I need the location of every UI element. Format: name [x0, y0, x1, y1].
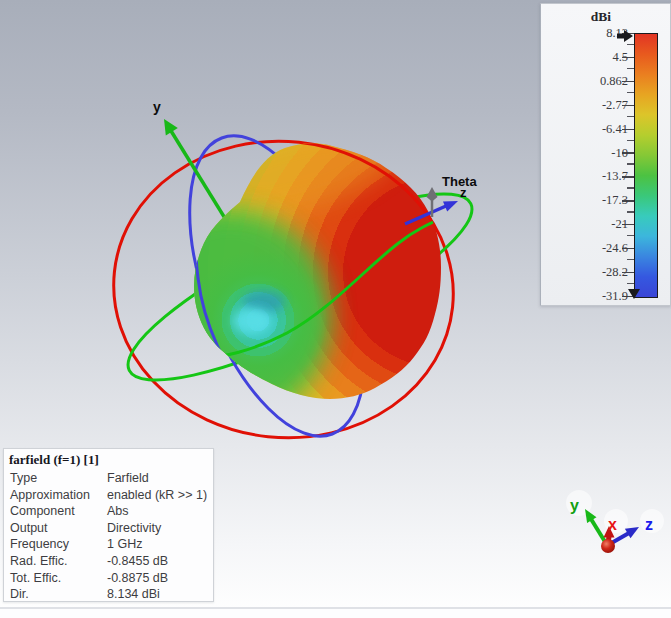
- farfield-result-title: farfield (f=1) [1]: [9, 452, 213, 468]
- bottom-strip: [0, 609, 671, 618]
- colorbar-tick-label: -28.2: [541, 265, 628, 279]
- colorbar-tick-label: 4.5: [541, 50, 628, 64]
- info-row-frequency: Frequency 1 GHz: [4, 536, 213, 553]
- colorbar-unit-title: dBi: [551, 9, 651, 25]
- info-row-tot-effic: Tot. Effic. -0.8875 dB: [4, 570, 213, 587]
- z-axis-label: z: [460, 185, 467, 200]
- min-marker-icon: [627, 288, 641, 300]
- triad-x-label: x: [608, 516, 617, 533]
- info-row-dir: Dir. 8.134 dBi: [4, 586, 213, 603]
- triad-y-arrow: [585, 509, 607, 545]
- colorbar-tick-label: 0.862: [541, 74, 628, 88]
- orientation-triad[interactable]: y x z: [566, 490, 664, 553]
- colorbar-tick-label: -24.6: [541, 241, 628, 255]
- info-row-rad-effic: Rad. Effic. -0.8455 dB: [4, 553, 213, 570]
- farfield-viewport: y Theta z y x z dBi: [0, 0, 671, 618]
- colorbar-tick-label: -31.9: [541, 289, 628, 303]
- info-row-component: Component Abs: [4, 503, 213, 520]
- info-row-output: Output Directivity: [4, 520, 213, 537]
- info-row-approximation: Approximation enabled (kR >> 1): [4, 487, 213, 504]
- colorbar-tick-label: -17.3: [541, 193, 628, 207]
- colorbar-tick-label: -13.7: [541, 169, 628, 183]
- y-axis-label: y: [153, 99, 161, 115]
- triad-z-label: z: [645, 516, 653, 533]
- farfield-info-panel: farfield (f=1) [1] Type Farfield Approxi…: [3, 448, 214, 602]
- colorbar-tick-label: -2.77: [541, 98, 628, 112]
- colorbar-tick-label: -21: [541, 217, 628, 231]
- triad-y-label: y: [570, 497, 579, 514]
- colorbar-legend: dBi 8.13 4.5 0.862 -2.77 -6.41 -10 -13.7…: [540, 3, 671, 306]
- colorbar-tick-label: -6.41: [541, 122, 628, 136]
- colorbar-gradient: [634, 33, 658, 298]
- colorbar-minor-ticks: [627, 44, 634, 289]
- max-marker-icon: [617, 29, 635, 43]
- colorbar-tick-label: -10: [541, 146, 628, 160]
- triad-origin-sphere: [601, 539, 615, 553]
- info-row-type: Type Farfield: [4, 470, 213, 487]
- colorbar-tick-label: 8.13: [541, 26, 628, 40]
